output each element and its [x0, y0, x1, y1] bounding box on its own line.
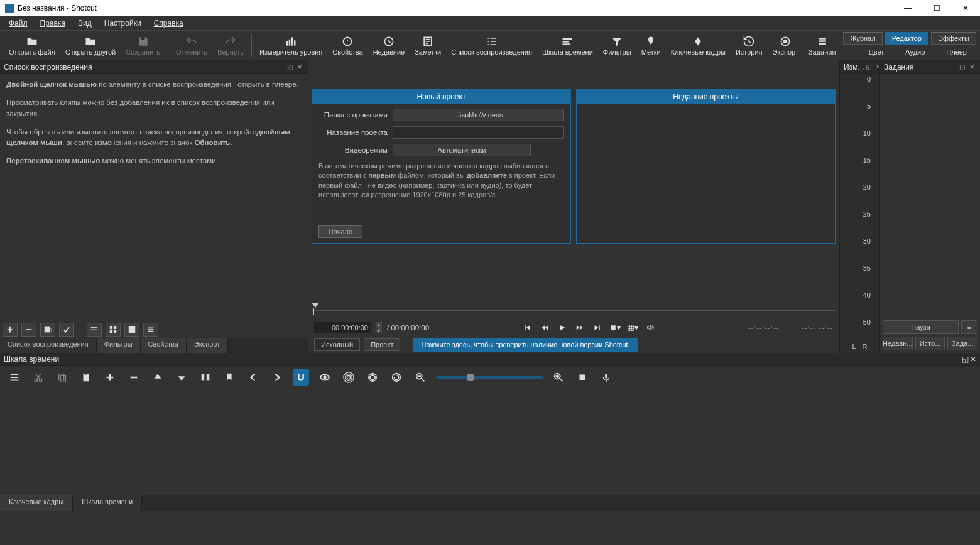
view-detailed-button[interactable]	[87, 323, 102, 337]
save-button[interactable]: Сохранить	[121, 34, 165, 57]
project-tab[interactable]: Проект	[364, 338, 400, 351]
history-button[interactable]: История	[731, 34, 768, 57]
close-button[interactable]: ✕	[951, 0, 980, 16]
start-button[interactable]: Начало	[318, 225, 362, 238]
skip-prev-button[interactable]	[521, 322, 533, 333]
append-button[interactable]	[102, 369, 118, 386]
ripple-all-button[interactable]	[364, 369, 381, 386]
paste-button[interactable]	[78, 369, 94, 386]
properties-button[interactable]: Свойства	[327, 34, 368, 57]
skip-next-button[interactable]	[591, 322, 604, 333]
close-panel-icon[interactable]: ✕	[970, 355, 976, 364]
scrub-button[interactable]	[317, 369, 333, 386]
filters-button[interactable]: Фильтры	[598, 34, 636, 57]
menu-edit[interactable]: Правка	[35, 18, 71, 29]
timecode-input[interactable]	[314, 322, 371, 333]
volume-button[interactable]	[644, 322, 656, 333]
tab-jobs[interactable]: Зада...	[947, 337, 977, 350]
player-ruler[interactable]	[312, 303, 836, 319]
project-folder-button[interactable]: ...\sukho\Videos	[393, 109, 564, 121]
timeline-button[interactable]: Шкала времени	[537, 34, 598, 57]
open-file-button[interactable]: Открыть файл	[4, 34, 60, 57]
tab-history[interactable]: Исто...	[915, 337, 945, 350]
cut-button[interactable]	[30, 369, 46, 386]
zoom-out-button[interactable]	[412, 369, 428, 386]
forward-button[interactable]	[574, 322, 586, 333]
playlist-button[interactable]: Список воспроизведения	[446, 34, 537, 57]
remove-button[interactable]	[21, 323, 36, 337]
split-button[interactable]	[197, 369, 214, 386]
timecode-spin[interactable]: ▲▼	[376, 322, 382, 333]
tab-export[interactable]: Экспорт	[187, 338, 228, 353]
rewind-button[interactable]	[538, 322, 551, 333]
undo-button[interactable]: Отменить	[171, 34, 212, 57]
snap-button[interactable]	[293, 369, 309, 386]
ripple-markers-button[interactable]	[388, 369, 405, 386]
prev-marker-button[interactable]	[245, 369, 261, 386]
update-button[interactable]	[59, 323, 74, 337]
undock-icon[interactable]: ◱	[962, 355, 969, 364]
tab-filters[interactable]: Фильтры	[97, 338, 141, 353]
layout-journal[interactable]: Журнал	[843, 32, 882, 45]
tab-timeline[interactable]: Шкала времени	[73, 495, 142, 511]
lift-button[interactable]	[150, 369, 166, 386]
open-other-button[interactable]: Открыть другой	[60, 34, 121, 57]
playhead-icon[interactable]	[312, 303, 319, 308]
layout-audio[interactable]: Аудио	[896, 46, 934, 58]
layout-color[interactable]: Цвет	[859, 46, 894, 58]
tab-properties[interactable]: Свойства	[141, 338, 187, 353]
add-button[interactable]	[3, 323, 18, 337]
export-button[interactable]: Экспорт	[768, 34, 803, 57]
project-name-input[interactable]	[393, 126, 564, 139]
marker-button[interactable]	[221, 369, 237, 386]
next-marker-button[interactable]	[269, 369, 285, 386]
insert-button[interactable]	[40, 323, 55, 337]
layout-effects[interactable]: Эффекты	[931, 32, 976, 45]
keyframes-button[interactable]: Ключевые кадры	[666, 34, 731, 57]
undock-icon[interactable]: ◱	[957, 63, 966, 72]
recent-button[interactable]: Недавние	[368, 34, 410, 57]
tab-playlist[interactable]: Список воспроизведения	[0, 338, 97, 353]
copy-button[interactable]	[54, 369, 70, 386]
menu-settings[interactable]: Настройки	[99, 18, 146, 29]
zoom-fit-button[interactable]	[574, 369, 591, 386]
video-mode-button[interactable]: Автоматически	[393, 144, 531, 156]
timeline-menu-button[interactable]	[6, 369, 23, 386]
redo-button[interactable]: Вернуть	[212, 34, 249, 57]
menu-help[interactable]: Справка	[149, 18, 188, 29]
layout-editor[interactable]: Редактор	[885, 32, 928, 45]
peakmeter-button[interactable]: Измеритель уровня	[254, 34, 327, 57]
pause-jobs-button[interactable]: Пауза	[883, 320, 959, 334]
view-tiles-button[interactable]	[106, 323, 121, 337]
zoom-fit-button[interactable]: ▾	[609, 322, 621, 333]
close-panel-icon[interactable]: ✕	[967, 63, 976, 72]
play-button[interactable]	[556, 322, 569, 333]
remove-button[interactable]	[126, 369, 142, 386]
tab-recent[interactable]: Недавн...	[883, 337, 913, 350]
record-audio-button[interactable]	[598, 369, 614, 386]
update-check-button[interactable]: Нажмите здесь, чтобы проверить наличие н…	[413, 338, 638, 352]
jobs-menu-button[interactable]: ≡	[961, 320, 977, 334]
menu-file[interactable]: Файл	[4, 18, 33, 29]
undock-icon[interactable]: ◱	[864, 63, 873, 72]
view-icons-button[interactable]	[124, 323, 139, 337]
tab-keyframes[interactable]: Ключевые кадры	[0, 495, 73, 511]
ripple-button[interactable]	[340, 369, 357, 386]
zoom-slider[interactable]	[436, 376, 543, 379]
timeline-tracks[interactable]	[0, 388, 980, 495]
maximize-button[interactable]: ☐	[922, 0, 951, 16]
notes-button[interactable]: Заметки	[410, 34, 446, 57]
zoom-in-button[interactable]	[550, 369, 567, 386]
grid-button[interactable]: ▾	[626, 322, 639, 333]
zoom-handle[interactable]	[467, 374, 474, 381]
undock-icon[interactable]: ◱	[285, 63, 294, 72]
overwrite-button[interactable]	[173, 369, 190, 386]
menu-view[interactable]: Вид	[73, 18, 97, 29]
more-button[interactable]	[143, 323, 158, 337]
close-panel-icon[interactable]: ✕	[295, 63, 304, 72]
markers-button[interactable]: Метки	[636, 34, 666, 57]
source-tab[interactable]: Исходный	[314, 338, 360, 351]
layout-player[interactable]: Плеер	[937, 46, 976, 58]
minimize-button[interactable]: —	[893, 0, 922, 16]
jobs-button[interactable]: Задания	[803, 34, 841, 57]
